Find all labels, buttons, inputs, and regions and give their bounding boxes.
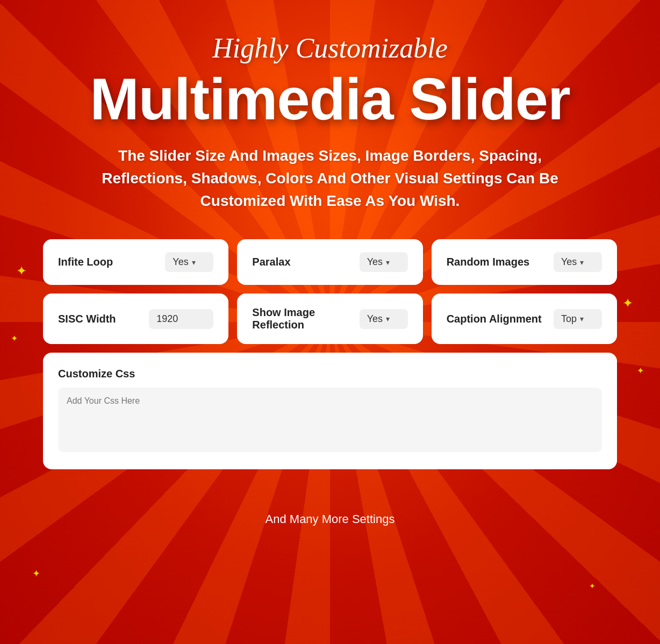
infinite-loop-control: Yes ▾ [165, 252, 213, 272]
setting-card-paralax: Paralax Yes ▾ [237, 239, 422, 285]
infinite-loop-dropdown[interactable]: Yes ▾ [165, 252, 213, 272]
subtitle: Highly Customizable [212, 32, 448, 64]
css-textarea[interactable] [58, 388, 602, 452]
random-images-value: Yes [561, 256, 577, 268]
settings-row-2: SISC Width Show Image Reflection Yes ▾ [43, 294, 617, 344]
random-images-label: Random Images [447, 256, 529, 268]
random-images-dropdown[interactable]: Yes ▾ [554, 252, 602, 272]
sparkle-icon: ✦ [16, 263, 27, 278]
description: The Slider Size And Images Sizes, Image … [88, 145, 572, 212]
setting-card-infinite-loop: Infite Loop Yes ▾ [43, 239, 228, 285]
chevron-down-icon: ▾ [580, 258, 584, 267]
customize-css-label: Customize Css [58, 368, 602, 380]
settings-row-1: Infite Loop Yes ▾ Paralax Yes ▾ [43, 239, 617, 285]
setting-card-sisc-width: SISC Width [43, 294, 228, 344]
show-image-reflection-value: Yes [367, 313, 383, 325]
setting-card-random-images: Random Images Yes ▾ [432, 239, 617, 285]
customize-css-card: Customize Css [43, 353, 617, 469]
sisc-width-control [149, 309, 213, 329]
paralax-label: Paralax [252, 256, 290, 268]
sisc-width-input[interactable] [149, 309, 213, 329]
random-images-control: Yes ▾ [554, 252, 602, 272]
chevron-down-icon: ▾ [386, 258, 390, 267]
paralax-dropdown[interactable]: Yes ▾ [360, 252, 408, 272]
caption-alignment-dropdown[interactable]: Top ▾ [554, 309, 602, 329]
caption-alignment-control: Top ▾ [554, 309, 602, 329]
chevron-down-icon: ▾ [386, 314, 390, 323]
main-title: Multimedia Slider [90, 69, 570, 128]
sparkle-icon: ✦ [589, 582, 596, 590]
show-image-reflection-dropdown[interactable]: Yes ▾ [360, 309, 408, 329]
sparkle-icon: ✦ [637, 366, 644, 376]
paralax-value: Yes [367, 256, 383, 268]
sparkle-icon: ✦ [622, 296, 633, 311]
settings-container: Infite Loop Yes ▾ Paralax Yes ▾ [43, 239, 617, 469]
sisc-width-label: SISC Width [58, 313, 116, 325]
infinite-loop-label: Infite Loop [58, 256, 113, 268]
setting-card-caption-alignment: Caption Alignment Top ▾ [432, 294, 617, 344]
paralax-control: Yes ▾ [360, 252, 408, 272]
setting-card-show-image-reflection: Show Image Reflection Yes ▾ [237, 294, 422, 344]
sparkle-icon: ✦ [11, 333, 18, 344]
chevron-down-icon: ▾ [192, 258, 196, 267]
footer-text: And Many More Settings [266, 512, 395, 526]
main-content: Highly Customizable Multimedia Slider Th… [0, 0, 660, 491]
sparkle-icon: ✦ [32, 568, 40, 579]
infinite-loop-value: Yes [173, 256, 188, 268]
show-image-reflection-control: Yes ▾ [360, 309, 408, 329]
hero-section: ✦ ✦ ✦ ✦ ✦ ✦ Highly Customizable Multimed… [0, 0, 660, 644]
caption-alignment-value: Top [561, 313, 577, 325]
show-image-reflection-label: Show Image Reflection [252, 306, 359, 331]
chevron-down-icon: ▾ [580, 314, 584, 323]
caption-alignment-label: Caption Alignment [447, 313, 542, 325]
